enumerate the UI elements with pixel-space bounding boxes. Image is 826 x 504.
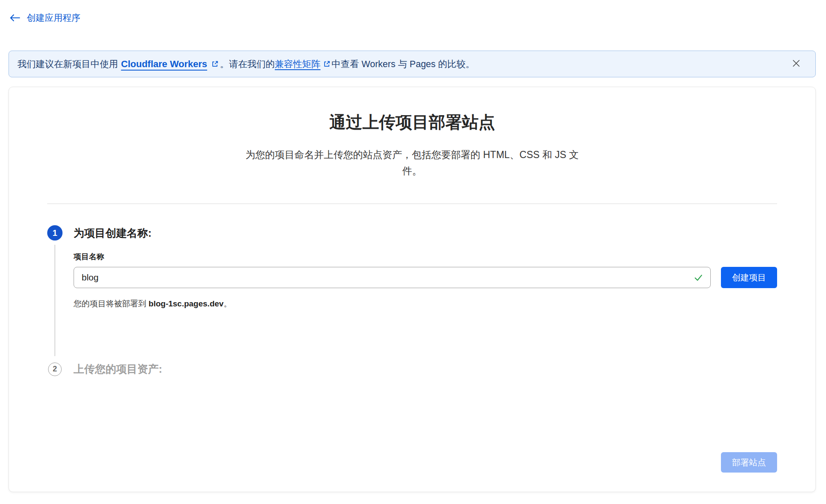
back-link-label: 创建应用程序 [27,12,80,24]
banner-text-middle: 。请在我们的 [220,59,275,69]
arrow-left-icon [9,14,20,22]
workers-suggestion-banner: 我们建议在新项目中使用Cloudflare Workers 。请在我们的兼容性矩… [9,51,816,77]
project-name-row: 创建项目 [74,267,777,288]
project-name-input-wrap [74,267,711,288]
step-2-heading: 上传您的项目资产: [74,362,162,376]
helper-suffix: 。 [224,299,232,308]
steps-container: 1 为项目创建名称: 项目名称 创建项目 您的项目将被部署到 bl [47,225,777,376]
deploy-site-button[interactable]: 部署站点 [721,452,777,473]
create-project-button[interactable]: 创建项目 [721,267,777,288]
helper-prefix: 您的项目将被部署到 [74,299,148,308]
deploy-domain: blog-1sc.pages.dev [148,299,223,308]
banner-text-before: 我们建议在新项目中使用 [17,59,118,69]
step-1-badge: 1 [47,225,63,241]
valid-check-icon [693,272,704,283]
deploy-target-helper: 您的项目将被部署到 blog-1sc.pages.dev。 [74,298,777,309]
close-icon [791,58,801,70]
step-1: 1 为项目创建名称: 项目名称 创建项目 您的项目将被部署到 bl [47,225,777,309]
step-1-heading: 为项目创建名称: [74,225,777,241]
back-link[interactable]: 创建应用程序 [9,12,80,24]
page-title: 通过上传项目部署站点 [47,111,777,134]
step-2: 2 上传您的项目资产: [47,362,777,376]
project-name-label: 项目名称 [74,252,777,262]
external-link-icon [211,59,219,70]
project-name-input[interactable] [74,267,711,288]
step-connector-line [54,245,55,356]
page-subtitle: 为您的项目命名并上传您的站点资产，包括您要部署的 HTML、CSS 和 JS 文… [238,147,587,179]
banner-close-button[interactable] [790,58,803,71]
step-2-badge: 2 [48,362,62,376]
divider [47,204,777,204]
external-link-icon [323,59,330,70]
cloudflare-workers-link[interactable]: Cloudflare Workers [121,59,208,69]
banner-text: 我们建议在新项目中使用Cloudflare Workers 。请在我们的兼容性矩… [17,58,475,70]
compatibility-matrix-link[interactable]: 兼容性矩阵 [275,59,321,69]
banner-text-after: 中查看 Workers 与 Pages 的比较。 [332,59,475,69]
step-1-body: 为项目创建名称: 项目名称 创建项目 您的项目将被部署到 blog-1sc.pa… [74,225,777,309]
upload-deploy-card: 通过上传项目部署站点 为您的项目命名并上传您的站点资产，包括您要部署的 HTML… [9,87,816,492]
